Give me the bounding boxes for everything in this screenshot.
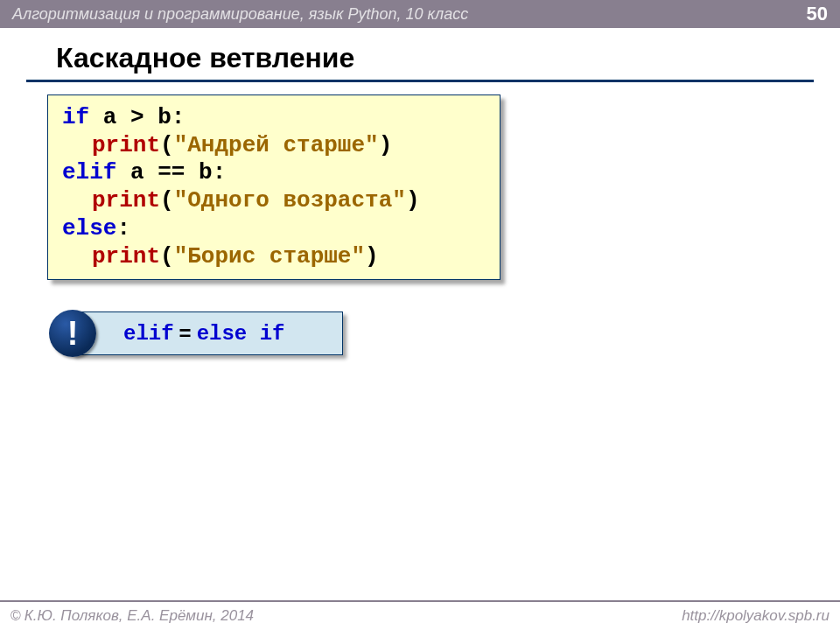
keyword-elif: elif [62,159,116,186]
fn-print: print [92,187,160,214]
exclamation-badge-icon: ! [49,310,96,357]
header-title: Алгоритмизация и программирование, язык … [12,5,468,24]
string-literal: "Андрей старше" [174,132,379,158]
string-literal: "Одного возраста" [174,187,406,214]
page-number: 50 [807,3,828,25]
note-elif: elif [123,322,174,346]
copyright-icon: © [10,608,21,624]
code-line-2: print("Андрей старше") [62,132,486,160]
note-callout: ! elif = else if [72,312,343,355]
note-else-if: else if [197,322,285,346]
note-box: elif = else if [72,312,343,355]
keyword-else: else [62,215,116,242]
code-text: a == b: [116,159,226,186]
code-line-1: if a > b: [62,104,486,132]
footer-bar: © К.Ю. Поляков, Е.А. Ерёмин, 2014 http:/… [0,600,840,630]
code-line-5: else: [62,215,486,243]
slide-title: Каскадное ветвление [26,28,814,82]
paren: ( [160,187,174,214]
code-line-3: elif a == b: [62,159,486,187]
copyright-text: К.Ю. Поляков, Е.А. Ерёмин, 2014 [24,607,254,625]
paren: ( [160,132,174,158]
paren: ) [365,243,379,270]
keyword-if: if [62,104,89,130]
string-literal: "Борис старше" [174,243,365,270]
code-text: : [116,215,130,242]
footer-url: http://kpolyakov.spb.ru [682,607,830,625]
code-block: if a > b: print("Андрей старше") elif a … [47,94,500,280]
paren: ) [379,132,393,158]
code-text: a > b: [89,104,185,130]
footer-copyright: © К.Ю. Поляков, Е.А. Ерёмин, 2014 [10,607,254,625]
paren: ) [406,187,420,214]
header-bar: Алгоритмизация и программирование, язык … [0,0,840,28]
fn-print: print [92,132,160,158]
paren: ( [160,243,174,270]
code-line-6: print("Борис старше") [62,243,486,271]
note-equals: = [179,321,192,346]
fn-print: print [92,243,160,270]
code-line-4: print("Одного возраста") [62,187,486,215]
